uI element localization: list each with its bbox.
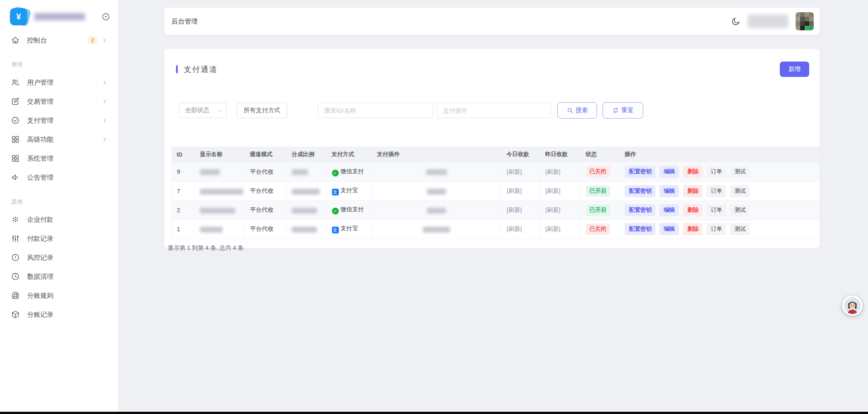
search-icon (567, 107, 573, 114)
redacted-plugin-name (427, 189, 446, 195)
sidebar-item-console[interactable]: 控制台 2 (6, 31, 112, 50)
logo-row: ¥ (6, 6, 112, 27)
configure-key-button[interactable]: 配置密钥 (625, 204, 655, 216)
cell-channel-mode: 平台代收 (244, 162, 286, 181)
configure-key-button[interactable]: 配置密钥 (625, 185, 655, 197)
sidebar-item-交易管理[interactable]: 交易管理 (6, 92, 112, 111)
cell-actions: 配置密钥编辑删除订单测试 (619, 162, 820, 181)
app-name-redacted (34, 13, 85, 20)
cell-today-income: [刷新] (501, 162, 540, 181)
sidebar-item-数据清理[interactable]: 数据清理 (6, 267, 112, 286)
console-badge: 2 (88, 36, 97, 44)
status-select[interactable]: 全部状态 (179, 103, 227, 118)
refresh-yesterday-link[interactable]: [刷新] (545, 187, 560, 194)
table-row: 7平台代收支支付宝[刷新][刷新]已开启配置密钥编辑删除订单测试 (171, 181, 820, 200)
edit-button[interactable]: 编辑 (659, 204, 679, 216)
delete-button[interactable]: 删除 (683, 166, 702, 178)
redacted-split-ratio (292, 169, 308, 175)
cell-status: 已开启 (580, 181, 619, 200)
clock-icon (11, 272, 20, 281)
refresh-today-link[interactable]: [刷新] (507, 187, 522, 194)
sidebar-item-label: 分账记录 (27, 310, 53, 319)
configure-key-button[interactable]: 配置密钥 (625, 166, 655, 178)
cell-payment-method: 支支付宝 (326, 181, 371, 200)
plugin-input[interactable] (437, 103, 551, 118)
cell-display-name (194, 219, 245, 238)
sidebar-item-高级功能[interactable]: 高级功能 (6, 130, 112, 149)
search-button-label: 搜索 (576, 106, 588, 114)
status-select-value: 全部状态 (185, 106, 209, 114)
cell-today-income: [刷新] (501, 219, 540, 238)
sidebar-item-分账记录[interactable]: 分账记录 (6, 305, 112, 324)
test-button[interactable]: 测试 (730, 223, 749, 235)
refresh-today-link[interactable]: [刷新] (507, 225, 522, 232)
delete-button[interactable]: 删除 (683, 204, 702, 216)
table-row: 2平台代收✓微信支付[刷新][刷新]已开启配置密钥编辑删除订单测试 (171, 200, 820, 219)
edit-button[interactable]: 编辑 (659, 185, 679, 197)
order-button[interactable]: 订单 (707, 204, 726, 216)
column-header: 通道模式 (244, 147, 286, 162)
cell-plugin (371, 162, 501, 181)
cell-yesterday-income: [刷新] (540, 181, 580, 200)
sidebar-item-支付管理[interactable]: 支付管理 (6, 111, 112, 130)
refresh-yesterday-link[interactable]: [刷新] (545, 168, 560, 175)
redacted-split-ratio (292, 208, 317, 214)
status-badge: 已开启 (586, 205, 610, 216)
column-header: 分成比例 (286, 147, 326, 162)
users-icon (11, 78, 20, 87)
globe-icon (11, 291, 20, 300)
sidebar-item-label: 控制台 (27, 36, 47, 45)
avatar[interactable] (796, 12, 814, 30)
column-header: 昨日收款 (540, 147, 580, 162)
column-header: 操作 (619, 147, 820, 162)
redacted-split-ratio (292, 189, 320, 195)
delete-button[interactable]: 删除 (683, 185, 702, 197)
test-button[interactable]: 测试 (730, 166, 749, 178)
sidebar-item-付款记录[interactable]: 付款记录 (6, 229, 112, 248)
reset-button[interactable]: 重置 (602, 102, 643, 119)
refresh-yesterday-link[interactable]: [刷新] (545, 225, 560, 232)
cell-payment-method: ✓微信支付 (326, 162, 371, 181)
sidebar-item-系统管理[interactable]: 系统管理 (6, 149, 112, 168)
sidebar-item-风控记录[interactable]: 风控记录 (6, 248, 112, 267)
order-button[interactable]: 订单 (707, 166, 726, 178)
cell-actions: 配置密钥编辑删除订单测试 (619, 219, 820, 238)
main-area: 后台管理 支付通道 新增 (118, 0, 868, 414)
sidebar-item-用户管理[interactable]: 用户管理 (6, 73, 112, 92)
alipay-pay-icon: 支 (332, 189, 339, 195)
test-button[interactable]: 测试 (730, 204, 749, 216)
grid-icon (11, 154, 20, 163)
cell-channel-mode: 平台代收 (244, 219, 286, 238)
redacted-plugin-name (423, 227, 450, 233)
refresh-today-link[interactable]: [刷新] (507, 168, 522, 175)
speaker-icon (11, 173, 20, 182)
check-circle-icon (11, 116, 20, 125)
sidebar-item-企业付款[interactable]: 企业付款 (6, 210, 112, 229)
add-button[interactable]: 新增 (780, 62, 809, 77)
edit-button[interactable]: 编辑 (659, 223, 679, 235)
sidebar-item-分账规则[interactable]: 分账规则 (6, 286, 112, 305)
cell-today-income: [刷新] (501, 181, 540, 200)
search-button[interactable]: 搜索 (557, 102, 597, 119)
floating-assistant-avatar[interactable] (842, 295, 863, 316)
status-badge: 已开启 (586, 186, 610, 197)
order-button[interactable]: 订单 (707, 185, 726, 197)
configure-key-button[interactable]: 配置密钥 (625, 223, 655, 235)
dark-mode-moon-icon[interactable] (731, 17, 740, 26)
column-header: ID (171, 147, 194, 162)
refresh-today-link[interactable]: [刷新] (507, 206, 522, 213)
username-redacted[interactable] (748, 14, 788, 28)
sidebar-item-公告管理[interactable]: 公告管理 (6, 168, 112, 187)
payment-method-filter[interactable]: 所有支付方式 (237, 103, 287, 118)
cell-display-name (194, 200, 245, 219)
order-button[interactable]: 订单 (707, 223, 726, 235)
payment-method-label: 微信支付 (341, 206, 364, 213)
home-icon (11, 36, 20, 45)
edit-button[interactable]: 编辑 (659, 166, 679, 178)
refresh-yesterday-link[interactable]: [刷新] (545, 206, 560, 213)
sidebar-collapse-icon[interactable] (101, 12, 110, 21)
channel-id-input[interactable] (318, 103, 433, 118)
topbar-right (731, 12, 814, 30)
test-button[interactable]: 测试 (730, 185, 749, 197)
delete-button[interactable]: 删除 (683, 223, 702, 235)
